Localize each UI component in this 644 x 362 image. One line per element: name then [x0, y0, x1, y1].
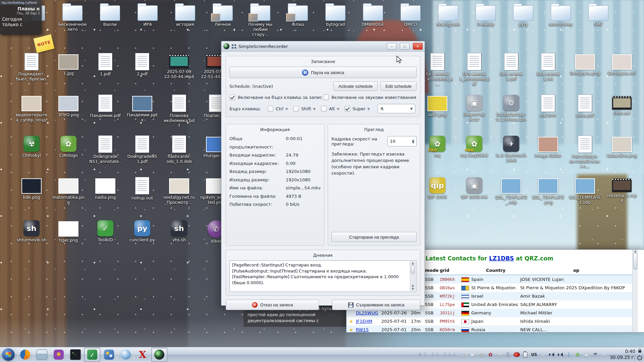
tooltip-url[interactable]: ttp://erikoblog.ru/feed [0, 0, 42, 5]
desktop-icon[interactable]: bytograd [319, 3, 352, 27]
volume-icon[interactable] [548, 351, 555, 358]
desktop-icon[interactable]: ✿Comlogo [52, 135, 85, 158]
desktop-icon[interactable]: АЙЛ.png [421, 95, 453, 118]
desktop-icon[interactable]: chat.avi [606, 95, 638, 116]
notes-icon[interactable]: ▤ [461, 351, 468, 358]
desktop-icon[interactable]: cena.pdf [569, 95, 601, 118]
network-orb-taskbar-button[interactable] [118, 348, 134, 362]
spinbox-arrows-icon[interactable]: ▲▼ [412, 139, 414, 144]
desktop-icon[interactable]: downgrade [432, 3, 464, 27]
callsign-link[interactable]: RW15 [356, 327, 369, 332]
desktop-icon[interactable]: ▣Эмулятор Агат [458, 95, 490, 122]
clock-tray-icon[interactable]: ◔ [496, 351, 502, 358]
play-icon[interactable]: ▶ [470, 351, 476, 358]
terminal-taskbar-button[interactable] [67, 348, 84, 362]
pause-recording-button[interactable]: Пауза на записа [229, 67, 417, 78]
desktop-icon[interactable]: Бесконечное лето [56, 3, 89, 32]
qrz-callsign-link[interactable]: LZ1DBS [489, 255, 514, 262]
display-icon[interactable]: ▣ [583, 351, 590, 358]
green-status-icon[interactable]: ✿ [574, 351, 581, 358]
wifi-icon[interactable] [592, 351, 598, 358]
taskbar-clock[interactable]: 0:40 30.09.25 г. [610, 349, 635, 360]
table-row[interactable]: ★JF1EHM2025-07-0117mSSBPM95tkJapanIshida… [346, 317, 632, 325]
desktop-icon[interactable]: ✈IL-2 Sturmovik 1946 [495, 135, 527, 163]
file-manager-taskbar-button[interactable] [34, 348, 50, 362]
lock-icon[interactable] [638, 350, 641, 353]
desktop-icon[interactable]: pycunclient.py [126, 220, 158, 243]
desktop-icon[interactable]: kabardino.png [606, 135, 638, 159]
volume-icon-2[interactable] [557, 351, 564, 358]
save-recording-button[interactable]: Съхраняване на записа [332, 300, 420, 310]
log-textarea[interactable]: [PageRecord::StartInput] Стартиран вход.… [229, 260, 417, 292]
desktop-icon[interactable]: Почему мы любим стару... [244, 3, 276, 37]
sound-notifications-checkbox[interactable] [323, 95, 329, 100]
desktop-icon[interactable]: cd.html [532, 95, 564, 118]
skype-icon[interactable]: S [504, 351, 511, 358]
screen-recorder-taskbar-button[interactable] [151, 348, 167, 362]
desktop-icon[interactable]: DMCD [394, 3, 427, 27]
desktop-icon[interactable]: ИРА [131, 3, 164, 27]
desktop-icon[interactable]: Instruktsiya-za-installirane-i-n... [569, 135, 601, 169]
desktop-icon[interactable]: Без имени 1_annotated.pdf [458, 53, 490, 86]
edit-schedule-button[interactable]: Edit schedule [380, 81, 417, 91]
desktop-icon[interactable]: pyty [507, 3, 539, 27]
desktop-icon[interactable]: история [169, 3, 201, 27]
desktop-icon[interactable]: ✿PROIcq (icq3064) [458, 135, 490, 158]
browser-taskbar-button[interactable] [17, 348, 33, 362]
desktop-icon[interactable]: Валли [94, 3, 126, 27]
desktop-icon[interactable]: reklama_9.mp4 [606, 177, 638, 203]
start-preview-button[interactable]: Стартиране на прегледа [331, 232, 417, 242]
preview-fps-spinbox[interactable]: 10 ▲▼ [387, 136, 417, 146]
cancel-recording-button[interactable]: Отказ на записа [226, 300, 319, 310]
desktop-icon[interactable]: 1.pdf [89, 53, 121, 77]
desktop-icon[interactable]: seamonkey [545, 3, 577, 27]
desktop-icon[interactable]: Беларусь.png [569, 53, 601, 76]
desktop-icon[interactable]: livewalp [470, 3, 502, 27]
desktop-icon[interactable]: kde.png [15, 177, 48, 200]
desktop-icon[interactable]: qipQIP 2005 [421, 177, 453, 200]
power-icon[interactable] [637, 356, 642, 360]
modifier-checkbox[interactable] [344, 106, 350, 112]
desktop-icon[interactable]: nostalgy.net.ru_Просмотр ... [163, 177, 195, 205]
desktop-icon[interactable]: tiger.png [52, 220, 85, 243]
qrz-scrollbar[interactable]: ▲ [632, 250, 638, 332]
chevron-up-icon[interactable]: ∧ [600, 351, 607, 358]
battery-icon[interactable] [522, 351, 529, 358]
desktop-icon[interactable]: Беларусь.xcf [606, 53, 638, 76]
desktop-icon[interactable]: Без имени 1.pdf [495, 53, 527, 82]
notes-editor-taskbar-button[interactable] [84, 348, 100, 362]
start-button[interactable] [2, 348, 15, 361]
desktop-icon[interactable]: ✓ToolkID [89, 220, 121, 243]
desktop-icon[interactable]: flashcards-ods_1.0.deb [163, 135, 195, 164]
desktop-icon[interactable]: ✿PROIcq [421, 135, 453, 158]
desktop-icon[interactable]: nohup.out [126, 177, 158, 201]
desktop-icon[interactable]: Downgrade N51_annotate... [89, 135, 121, 169]
maximize-button[interactable]: ▢ [400, 43, 410, 50]
callsign-link[interactable]: JF1EHM [356, 319, 372, 324]
desktop-icon[interactable]: QSL_TEMPLATE1.odp [569, 177, 601, 205]
desktop-icon[interactable]: 1.jpg [52, 53, 85, 76]
desktop-icon[interactable]: Планова икономика.pdf [163, 95, 195, 128]
close-button[interactable]: ✕ [413, 43, 423, 50]
activate-schedule-button[interactable]: Activate schedule [333, 81, 378, 91]
desktop-icon[interactable]: Флэш [282, 3, 314, 27]
media-app-taskbar-button[interactable] [51, 348, 67, 362]
desktop-icon[interactable]: shvhs.sh [163, 220, 195, 243]
kde-app-icon[interactable]: ✿ [487, 351, 494, 358]
desktop-icon[interactable]: видеооткрытка_супер_позд... [15, 95, 48, 127]
bluetooth-icon[interactable]: ᛒ [566, 351, 572, 358]
desktop-icon[interactable]: DowngradeN51.pdf [126, 135, 158, 164]
desktop-icon[interactable]: ЗПУО.png [52, 95, 85, 118]
desktop-icon[interactable]: Пандемии.pptx [126, 95, 158, 123]
hotkey-enable-checkbox[interactable] [229, 95, 235, 100]
desktop-icon[interactable]: 2025-07-09 22-50-44.mp4 [163, 53, 195, 79]
desktop-icon[interactable]: QSL_TEMPLATE.png [532, 177, 564, 205]
messenger-taskbar-button[interactable] [101, 348, 117, 362]
minimize-button[interactable]: – [387, 43, 396, 50]
microphone-icon[interactable]: ψ [539, 351, 546, 358]
desktop-icon[interactable]: ☢Chrnobyl [15, 135, 48, 158]
xkill-taskbar-button[interactable] [135, 348, 151, 362]
modifier-checkbox[interactable] [293, 106, 299, 112]
desktop-icon[interactable]: ▣QIP 2005.lnk [458, 177, 490, 200]
modifier-checkbox[interactable] [268, 106, 273, 112]
